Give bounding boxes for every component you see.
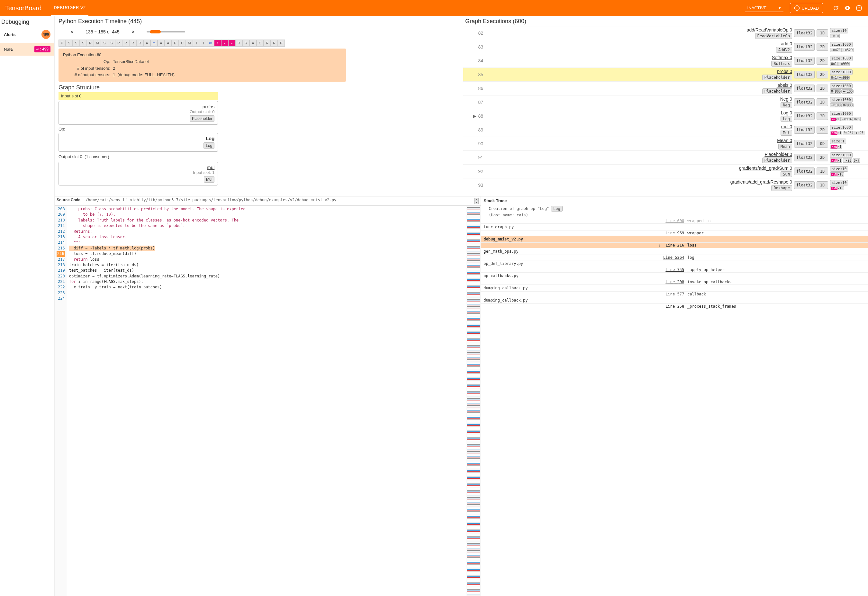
output-op-chip: Mul <box>204 176 214 183</box>
timeline-slider[interactable] <box>146 31 448 32</box>
exec-size: size:1000-×1000×900 <box>830 97 865 108</box>
timeline-tick[interactable]: S <box>108 40 115 47</box>
graph-exec-row[interactable]: 89mul:0Mulfloat322Dsize:1000NaN×10×904+×… <box>463 123 868 137</box>
timeline-tick[interactable]: C <box>179 40 186 47</box>
exec-op-name[interactable]: Softmax:0 <box>485 55 792 60</box>
timeline-tick[interactable]: I <box>193 40 200 47</box>
graph-exec-row[interactable]: 87Neg:0Negfloat322Dsize:1000-×1000×900 <box>463 96 868 109</box>
timeline-tick[interactable]: - <box>221 40 228 47</box>
input-op-name[interactable]: probs <box>62 104 214 109</box>
stack-file[interactable]: debug_mnist_v2.py <box>481 236 868 243</box>
graph-exec-row[interactable]: 82add/ReadVariableOp:0ReadVariableOpfloa… <box>463 27 868 40</box>
exec-op-name[interactable]: Mean:0 <box>485 138 792 143</box>
graph-exec-row[interactable]: 93gradients/add_grad/Reshape:0Reshapeflo… <box>463 179 868 192</box>
stack-line[interactable]: Line 577callback <box>481 292 868 297</box>
stepper-down-icon[interactable]: ▾ <box>474 201 479 204</box>
timeline-tick[interactable]: - <box>228 40 235 47</box>
tab-debugger[interactable]: DEBUGGER V2 <box>51 0 88 16</box>
timeline-tick[interactable]: P <box>278 40 285 47</box>
timeline-tick[interactable]: R <box>242 40 249 47</box>
output-slot-box[interactable]: mul Input slot: 1 Mul <box>59 162 218 186</box>
exec-op-name[interactable]: labels:0 <box>485 83 792 88</box>
graph-exec-row[interactable]: 91Placeholder:0Placeholderfloat322Dsize:… <box>463 151 868 165</box>
timeline-tick[interactable]: m <box>207 40 214 47</box>
graph-exec-row[interactable]: 84Softmax:0Softmaxfloat322Dsize:10000×1+… <box>463 54 868 68</box>
graph-exec-list[interactable]: 82add/ReadVariableOp:0ReadVariableOpfloa… <box>463 26 868 193</box>
timeline-next[interactable]: > <box>129 28 137 36</box>
exec-op-name[interactable]: gradients/add_grad/Sum:0 <box>485 165 792 171</box>
timeline-tick[interactable]: R <box>115 40 122 47</box>
exec-op-name[interactable]: gradients/add_grad/Reshape:0 <box>485 179 792 184</box>
graph-exec-row[interactable]: ▶ 88Log:0Logfloat322Dsize:1000-∞×1-×9940… <box>463 109 868 123</box>
timeline-tick[interactable]: R <box>136 40 143 47</box>
stack-file[interactable]: dumping_callback.py <box>481 297 868 304</box>
timeline-tick[interactable]: M <box>94 40 101 47</box>
timeline-tick[interactable]: R <box>235 40 242 47</box>
timeline-tick[interactable]: R <box>122 40 129 47</box>
timeline-tick[interactable]: m <box>151 40 158 47</box>
status-dropdown[interactable]: INACTIVE ▾ <box>745 4 784 12</box>
graph-exec-row[interactable]: 90Mean:0Meanfloat320Dsize:1NaN×1 <box>463 137 868 151</box>
source-code[interactable]: probs: Class probabilities predicted by … <box>67 206 466 596</box>
timeline-tick[interactable]: A <box>158 40 165 47</box>
timeline-tick[interactable]: R <box>264 40 271 47</box>
exec-index: 83 <box>466 44 483 50</box>
stack-file[interactable]: op_callbacks.py <box>481 273 868 279</box>
stack-line[interactable]: Line 208invoke_op_callbacks <box>481 279 868 285</box>
exec-op-name[interactable]: probs:0 <box>485 69 792 74</box>
source-minimap[interactable] <box>466 206 481 596</box>
timeline-tick[interactable]: R <box>271 40 278 47</box>
graph-exec-row[interactable]: 92gradients/add_grad/Sum:0Sumfloat321Dsi… <box>463 165 868 179</box>
exec-dims: 2D <box>816 153 828 161</box>
timeline-tick[interactable]: C <box>257 40 264 47</box>
timeline-tick[interactable]: S <box>66 40 73 47</box>
graph-exec-row[interactable]: 86labels:0Placeholderfloat322Dsize:10000… <box>463 82 868 96</box>
timeline-tick[interactable]: M <box>186 40 193 47</box>
stepper-up-icon[interactable]: ▴ <box>474 198 479 201</box>
stack-line[interactable]: Line 969wrapper <box>481 230 868 236</box>
settings-button[interactable] <box>844 4 851 12</box>
stack-line[interactable]: Line 258_process_stack_frames <box>481 304 868 309</box>
timeline-tick[interactable]: A <box>143 40 151 47</box>
stack-file[interactable]: func_graph.py <box>481 224 868 230</box>
timeline-tick[interactable]: S <box>80 40 87 47</box>
timeline-tick[interactable]: S <box>101 40 108 47</box>
graph-exec-row[interactable]: 83add:0AddV2float322Dsize:1000-×471+×529 <box>463 40 868 54</box>
exec-size: size:1000-×471+×529 <box>830 42 865 52</box>
exec-op-name[interactable]: Placeholder:0 <box>485 152 792 157</box>
help-button[interactable]: ? <box>855 4 863 12</box>
exec-op-name[interactable]: Log:0 <box>485 110 792 115</box>
app-header: TensorBoard DEBUGGER V2 INACTIVE ▾ UPLOA… <box>0 0 868 16</box>
stack-file[interactable]: gen_math_ops.py <box>481 248 868 255</box>
source-file-stepper[interactable]: ▴ ▾ <box>474 198 479 204</box>
stack-file[interactable]: dumping_callback.py <box>481 285 868 292</box>
upload-button[interactable]: UPLOAD <box>790 3 823 13</box>
timeline-tick[interactable]: A <box>249 40 257 47</box>
timeline-tick[interactable]: A <box>165 40 172 47</box>
timeline-tick[interactable]: R <box>87 40 94 47</box>
stack-trace-list[interactable]: Line 600wrapped_fnfunc_graph.pyLine 969w… <box>481 218 868 596</box>
exec-op-name[interactable]: Neg:0 <box>485 96 792 102</box>
stack-line[interactable]: ↓Line 216loss <box>481 243 868 248</box>
nan-alert-row[interactable]: NaN/ ∞: 499 <box>0 43 54 56</box>
output-op-name[interactable]: mul <box>62 165 214 170</box>
stack-file[interactable]: op_def_library.py <box>481 260 868 267</box>
input-slot-box[interactable]: probs Output slot: 0 Placeholder <box>59 101 218 125</box>
refresh-button[interactable] <box>832 4 840 12</box>
graph-struct-title: Graph Structure <box>59 84 458 91</box>
timeline-tick[interactable]: ! <box>214 40 221 47</box>
exec-op-name[interactable]: add/ReadVariableOp:0 <box>485 27 792 32</box>
exec-op-name[interactable]: mul:0 <box>485 124 792 129</box>
timeline-tick[interactable]: E <box>172 40 179 47</box>
timeline-tick[interactable]: I <box>200 40 207 47</box>
timeline-prev[interactable]: < <box>68 28 76 36</box>
timeline-tick[interactable]: R <box>129 40 136 47</box>
exec-size: size:10000×1+×999 <box>830 69 865 80</box>
graph-exec-row[interactable]: 85probs:0Placeholderfloat322Dsize:10000×… <box>463 68 868 82</box>
exec-op-name[interactable]: add:0 <box>485 41 792 46</box>
stack-line[interactable]: Line 755_apply_op_helper <box>481 267 868 273</box>
timeline-tick[interactable]: P <box>59 40 66 47</box>
timeline-tick[interactable]: S <box>73 40 80 47</box>
stack-line[interactable]: Line 5264log <box>481 255 868 260</box>
exec-op-type: Mul <box>781 130 792 136</box>
